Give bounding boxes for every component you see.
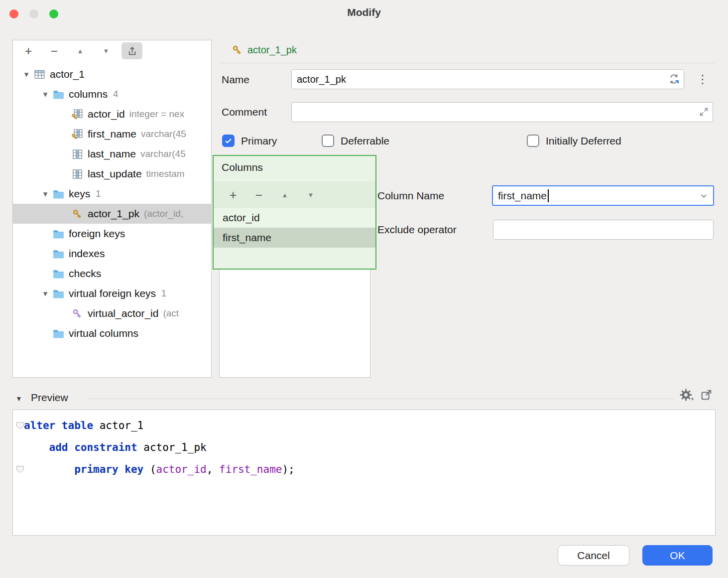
columns-section-highlight: Columns + − ▲ ▼ actor_idfirst_name: [213, 155, 376, 270]
tree-item-label: virtual columns: [69, 327, 138, 339]
arrow-up-icon: ▲: [282, 191, 288, 199]
remove-button[interactable]: −: [44, 42, 65, 59]
gear-dropdown-icon[interactable]: ▾: [691, 396, 694, 402]
comment-label: Comment: [222, 102, 267, 122]
folder-icon: [53, 328, 64, 339]
tree-item-actor-1-pk[interactable]: actor_1_pk(actor_id,: [13, 204, 211, 224]
exclude-operator-input[interactable]: [493, 220, 714, 240]
column-icon: [72, 148, 83, 160]
scroll-from-source-button[interactable]: [121, 42, 142, 59]
checkbox-box: [222, 135, 235, 147]
chevron-down-icon[interactable]: ▾: [38, 289, 53, 299]
tree-item-label: actor_1: [50, 68, 85, 80]
tree-item-actor-1[interactable]: ▾actor_1: [13, 64, 211, 84]
move-column-down-button[interactable]: ▼: [300, 186, 321, 204]
key-icon: [232, 44, 243, 56]
virtual-key-icon: [72, 308, 83, 319]
column-icon: [72, 168, 83, 180]
regenerate-name-icon[interactable]: [668, 73, 680, 85]
ok-button[interactable]: OK: [642, 545, 713, 566]
folder-icon: [53, 268, 64, 280]
table-icon: [34, 69, 45, 80]
column-name-label: Column Name: [377, 185, 444, 206]
tree-item-label: virtual foreign keys: [69, 288, 156, 299]
text-caret: [548, 189, 549, 202]
primary-checkbox-label: Primary: [241, 135, 277, 147]
count-badge: 4: [113, 89, 118, 100]
count-badge: 1: [96, 189, 101, 199]
move-down-button[interactable]: ▼: [96, 42, 117, 59]
open-in-editor-icon[interactable]: [700, 389, 713, 401]
preview-label: Preview: [31, 392, 68, 404]
deferrable-checkbox[interactable]: Deferrable: [322, 135, 389, 147]
sql-preview-editor[interactable]: alter table actor_1 add constraint actor…: [12, 410, 716, 536]
add-button[interactable]: +: [18, 42, 39, 59]
column-key-icon: [72, 109, 83, 120]
arrow-down-icon: ▼: [103, 47, 110, 55]
settings-gear-icon[interactable]: [679, 388, 693, 402]
columns-list-item-first_name[interactable]: first_name: [214, 228, 375, 248]
add-column-button[interactable]: +: [223, 186, 243, 204]
name-input[interactable]: [291, 69, 684, 89]
fold-marker-icon[interactable]: [16, 465, 24, 473]
name-label: Name: [222, 70, 249, 90]
tree-item-last-update[interactable]: last_updatetimestam: [13, 164, 211, 184]
tree-item-label: indexes: [69, 248, 105, 260]
chevron-down-icon[interactable]: ▾: [38, 89, 53, 100]
tree-item-actor-id[interactable]: actor_idinteger = nex: [13, 104, 211, 124]
code-line: add constraint actor_1_pk: [24, 436, 295, 458]
remove-column-button[interactable]: −: [248, 186, 269, 204]
tree-item-checks[interactable]: checks: [13, 264, 211, 284]
cancel-button[interactable]: Cancel: [558, 545, 629, 566]
tree-item-detail: varchar(45: [141, 129, 186, 140]
structure-tree-panel: + − ▲ ▼ ▾actor_1▾columns4actor_idinteger…: [12, 40, 212, 378]
tree-item-virtual-foreign-keys[interactable]: ▾virtual foreign keys1: [13, 284, 211, 303]
columns-toolbar: + − ▲ ▼: [214, 182, 375, 208]
tree-item-indexes[interactable]: indexes: [13, 244, 211, 264]
chevron-down-icon[interactable]: ▾: [38, 189, 53, 199]
minus-icon: −: [255, 188, 263, 202]
fold-marker-icon[interactable]: [16, 422, 24, 430]
comment-input[interactable]: [291, 102, 713, 122]
exclude-operator-label: Exclude operator: [377, 220, 457, 240]
collapse-preview-icon[interactable]: ▼: [15, 395, 22, 403]
arrow-down-icon: ▼: [308, 191, 314, 199]
exclude-operator-field: [493, 220, 714, 240]
preview-divider: [88, 399, 673, 399]
columns-list: actor_idfirst_name: [214, 208, 375, 248]
tree-item-virtual-actor-id[interactable]: virtual_actor_id(act: [13, 303, 211, 323]
tree-item-label: virtual_actor_id: [88, 307, 158, 319]
tree-item-keys[interactable]: ▾keys1: [13, 184, 211, 204]
scroll-from-source-icon: [127, 46, 137, 56]
expand-icon[interactable]: [699, 107, 709, 117]
column-name-combobox[interactable]: first_name: [492, 185, 714, 206]
folder-icon: [53, 188, 64, 200]
initially-deferred-checkbox-label: Initially Deferred: [546, 135, 621, 147]
tree-item-label: last_update: [88, 168, 142, 180]
folder-icon: [53, 89, 64, 100]
move-column-up-button[interactable]: ▲: [274, 186, 295, 204]
columns-list-item-actor_id[interactable]: actor_id: [214, 208, 375, 228]
primary-checkbox[interactable]: Primary: [222, 135, 277, 147]
tree-item-foreign-keys[interactable]: foreign keys: [13, 224, 211, 244]
comment-field: [291, 102, 713, 122]
tree-item-label: actor_id: [88, 108, 125, 120]
initially-deferred-checkbox[interactable]: Initially Deferred: [527, 135, 621, 147]
tree-item-detail: (act: [163, 308, 179, 319]
tree-item-first-name[interactable]: first_namevarchar(45: [13, 124, 211, 144]
tree-item-label: columns: [69, 88, 108, 100]
tree-item-last-name[interactable]: last_namevarchar(45: [13, 144, 211, 164]
object-name: actor_1_pk: [247, 44, 297, 56]
tree-item-label: last_name: [88, 148, 136, 160]
modify-dialog-window: Modify + − ▲ ▼ ▾actor_1▾columns4actor_id…: [0, 0, 728, 578]
chevron-down-icon[interactable]: [700, 192, 708, 200]
tree-item-virtual-columns[interactable]: virtual columns: [13, 323, 211, 343]
plus-icon: +: [25, 44, 32, 58]
move-up-button[interactable]: ▲: [70, 42, 91, 59]
chevron-down-icon[interactable]: ▾: [19, 69, 34, 80]
tree-item-detail: timestam: [146, 168, 185, 179]
checkbox-box: [322, 135, 334, 147]
tree-item-columns[interactable]: ▾columns4: [13, 84, 211, 104]
more-options-button[interactable]: ⋮: [696, 70, 709, 89]
tree-item-detail: (actor_id,: [144, 208, 183, 219]
